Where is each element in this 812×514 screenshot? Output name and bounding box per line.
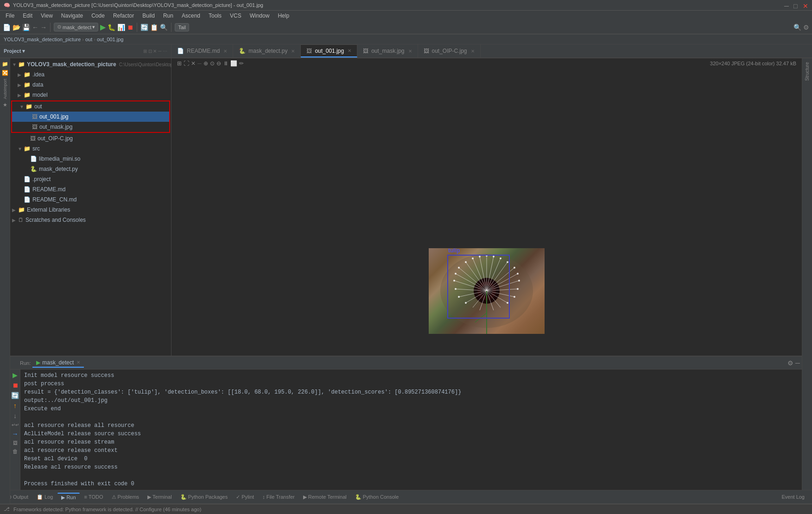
img-fit-width-icon[interactable]: ⬜ [230,60,237,67]
breadcrumb-out[interactable]: out [85,37,92,42]
structure-label[interactable]: Structure [804,60,811,83]
run-stop-btn[interactable]: ⏹ [12,382,19,389]
run-button[interactable]: ▶ [100,23,106,31]
toolbar-new-icon[interactable]: 📄 [3,24,11,31]
remote-terminal-btn[interactable]: ▶ Remote Terminal [299,493,350,501]
run-config-selector[interactable]: ⚙ mask_detect ▾ [54,23,98,31]
img-zoom-actual[interactable]: ⊙ [210,60,215,67]
toolbar-extra-2[interactable]: 📋 [150,24,158,31]
img-pause-icon[interactable]: ⏸ [223,60,228,67]
problems-btn[interactable]: ⚠ Problems [108,493,143,501]
run-btn[interactable]: ▶ Run [57,493,79,501]
img-pencil-icon[interactable]: ✏ [239,60,244,67]
event-log-btn[interactable]: Event Log [778,493,808,501]
close-button[interactable]: ✕ [803,2,808,8]
breadcrumb-file[interactable]: out_001.jpg [97,37,124,42]
toolbar-forward-icon[interactable]: → [40,24,47,31]
debug-button[interactable]: 🐛 [108,24,115,31]
file-transfer-btn[interactable]: ↕ File Transfer [259,493,298,501]
tree-readme-cn[interactable]: 📄 README_CN.md [10,194,171,205]
breadcrumb-project[interactable]: YOLOV3_mask_detection_picture [4,37,81,42]
tree-ext-lib[interactable]: ▶ 📁 External Libraries [10,205,171,215]
tail-button[interactable]: Tail [175,23,189,31]
menu-refactor[interactable]: Refactor [109,12,138,20]
img-zoom-in[interactable]: ⊕ [203,60,208,67]
img-zoom-out[interactable]: ⊖ [216,60,221,67]
project-tab[interactable]: Project ▾ ⊞ ⊡ ✕ ─ ⋯ [0,44,171,57]
sidebar-autotask-icon[interactable]: AutoImport [2,78,8,100]
tree-out[interactable]: ▼ 📁 out [12,101,169,112]
sidebar-commit-icon[interactable]: 🔀 [1,69,9,77]
tree-outmask[interactable]: 🖼 out_mask.jpg [12,122,169,132]
toolbar-back-icon[interactable]: ← [32,24,38,31]
coverage-button[interactable]: 📊 [117,24,125,31]
tab-outoip[interactable]: 🖼 out_OIP-C.jpg ✕ [418,44,481,57]
menu-ascend[interactable]: Ascend [178,12,204,20]
run-scrolldown-btn[interactable]: ↓ [13,412,17,420]
toolbar-extra-1[interactable]: 🔄 [140,24,148,31]
menu-vcs[interactable]: VCS [226,12,245,20]
maximize-button[interactable]: □ [793,2,799,8]
run-minimize-icon[interactable]: ─ [795,359,800,367]
tab-out001[interactable]: 🖼 out_001.jpg ✕ [301,44,357,57]
menu-tools[interactable]: Tools [205,12,225,20]
toolbar-settings-icon[interactable]: ⚙ [803,24,809,31]
menu-edit[interactable]: Edit [19,12,36,20]
tree-libmedia[interactable]: 📄 libmedia_mini.so [10,154,171,164]
menu-view[interactable]: View [37,12,57,20]
img-fit-icon[interactable]: ⊞ [177,60,182,67]
img-close-icon[interactable]: ✕ [191,60,196,67]
menu-build[interactable]: Build [139,12,159,20]
run-filter-btn[interactable]: → [12,430,19,438]
tab-maskdetect-close[interactable]: ✕ [291,49,295,54]
run-settings-icon[interactable]: ⚙ [787,359,793,367]
tree-maskdetect[interactable]: 🐍 mask_detect.py [10,164,171,174]
tab-out001-close[interactable]: ✕ [348,48,351,53]
img-fullscreen-icon[interactable]: ⛶ [184,60,189,67]
tree-model[interactable]: ▶ 📁 model [10,90,171,100]
tab-outmask[interactable]: 🖼 out_mask.jpg ✕ [357,44,418,57]
console-output[interactable]: Init model resource success post process… [20,370,802,490]
tab-outoip-close[interactable]: ✕ [471,49,475,54]
todo-btn[interactable]: ≡ TODO [81,493,107,501]
run-scrollup-btn[interactable]: ↑ [13,402,17,409]
run-play-btn[interactable]: ▶ [13,371,18,379]
sidebar-favorites-icon[interactable]: ★ [2,101,8,109]
menu-code[interactable]: Code [88,12,108,20]
toolbar-search-icon[interactable]: 🔍 [793,24,801,31]
run-rerun-btn[interactable]: 🔄 [11,392,19,399]
tree-src[interactable]: ▼ 📁 src [10,144,171,154]
menu-navigate[interactable]: Navigate [57,12,87,20]
sidebar-project-icon[interactable]: 📁 [1,60,9,68]
tree-data[interactable]: ▶ 📁 data [10,80,171,90]
stop-button[interactable]: ⏹ [127,24,133,31]
log-btn[interactable]: 📋 Log [33,493,57,501]
tree-scratches[interactable]: ▶ 🗒 Scratches and Consoles [10,215,171,225]
run-trash-btn[interactable]: 🗑 [13,448,18,455]
terminal-btn[interactable]: ▶ Terminal [144,493,176,501]
tab-readme[interactable]: 📄 README.md ✕ [171,44,233,57]
tree-idea[interactable]: ▶ 📁 .idea [10,69,171,80]
run-tab-close[interactable]: ✕ [76,360,80,365]
menu-run[interactable]: Run [159,12,177,20]
pylint-btn[interactable]: ✓ Pylint [232,493,258,501]
run-tab-maskdetect[interactable]: ▶ mask_detect ✕ [32,358,84,368]
tree-out001[interactable]: 🖼 out_001.jpg [12,112,169,122]
tree-readme[interactable]: 📄 README.md [10,184,171,194]
run-screenshot-btn[interactable]: 🖼 [13,440,18,445]
toolbar-open-icon[interactable]: 📂 [13,24,20,31]
tree-root[interactable]: ▼ 📁 YOLOV3_mask_detection_picture C:\Use… [10,59,171,69]
tree-outoip[interactable]: 🖼 out_OIP-C.jpg [10,133,171,144]
toolbar-save-icon[interactable]: 💾 [22,24,30,31]
run-soft-wrap-btn[interactable]: ↵↵ [12,422,19,427]
tree-dotproject[interactable]: 📄 .project [10,174,171,184]
python-packages-btn[interactable]: 🐍 Python Packages [177,493,232,501]
tab-readme-close[interactable]: ✕ [223,49,227,54]
git-icon[interactable]: ⎇ [4,506,10,512]
toolbar-extra-3[interactable]: 🔍 [160,24,168,31]
tab-maskdetect[interactable]: 🐍 mask_detect.py ✕ [233,44,301,57]
menu-help[interactable]: Help [274,12,293,20]
python-console-btn[interactable]: 🐍 Python Console [351,493,403,501]
menu-file[interactable]: File [2,12,18,20]
minimize-button[interactable]: ─ [784,2,790,8]
